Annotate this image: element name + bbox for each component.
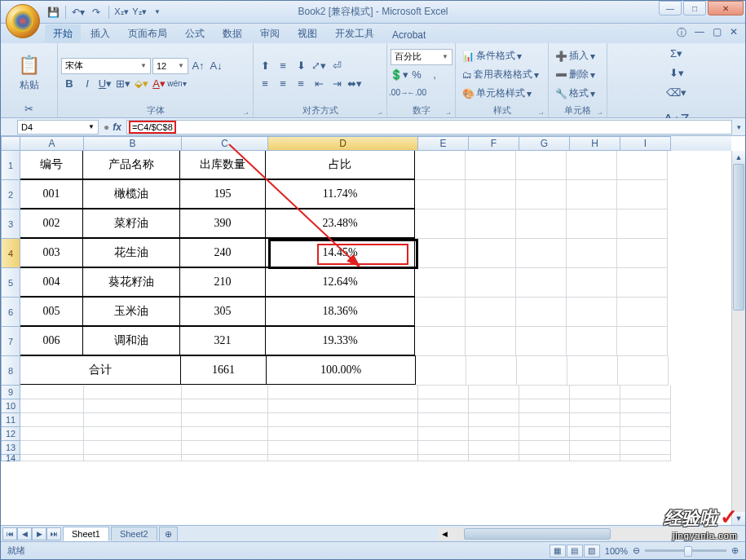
- fill-icon[interactable]: ⬇▾: [669, 64, 685, 81]
- cell-I11[interactable]: [620, 413, 671, 427]
- tab-review[interactable]: 审阅: [252, 24, 288, 43]
- cell-I3[interactable]: [617, 209, 668, 239]
- cell-A4[interactable]: 003: [20, 238, 83, 267]
- clear-icon[interactable]: ⌫▾: [669, 84, 685, 100]
- cell-A12[interactable]: [20, 427, 84, 441]
- underline-icon[interactable]: U▾: [97, 76, 113, 92]
- cell-G10[interactable]: [519, 399, 570, 413]
- cell-D6[interactable]: 18.36%: [265, 297, 415, 326]
- fx-icon[interactable]: fx: [113, 121, 121, 133]
- cell-C4[interactable]: 240: [179, 238, 266, 267]
- cell-H12[interactable]: [570, 427, 620, 441]
- cell-A14[interactable]: [20, 455, 84, 461]
- wrap-text-icon[interactable]: ⏎: [329, 58, 345, 74]
- cell-G7[interactable]: [516, 327, 567, 356]
- cell-D5[interactable]: 12.64%: [265, 267, 415, 297]
- cell-G3[interactable]: [516, 209, 567, 239]
- ribbon-restore-button[interactable]: ▢: [710, 26, 724, 40]
- cell-A6[interactable]: 005: [20, 297, 83, 326]
- cell-C10[interactable]: [182, 399, 268, 413]
- select-all-corner[interactable]: [1, 136, 20, 151]
- cell-C13[interactable]: [182, 441, 268, 455]
- col-header-E[interactable]: E: [418, 136, 469, 151]
- undo-icon[interactable]: ↶▾: [70, 4, 86, 20]
- cell-F14[interactable]: [469, 455, 519, 461]
- cell-B11[interactable]: [84, 413, 182, 427]
- cell-I2[interactable]: [617, 180, 668, 209]
- cell-C2[interactable]: 195: [179, 179, 266, 209]
- office-button[interactable]: [6, 4, 40, 38]
- cell-G8[interactable]: [517, 356, 567, 386]
- view-pagebreak-icon[interactable]: ▧: [584, 545, 600, 558]
- col-header-B[interactable]: B: [84, 136, 182, 151]
- sheet-nav-next-icon[interactable]: ▶: [32, 527, 46, 540]
- cell-B10[interactable]: [84, 399, 182, 413]
- cell-E14[interactable]: [418, 455, 469, 461]
- cell-I9[interactable]: [620, 386, 671, 399]
- cell-I5[interactable]: [617, 268, 668, 298]
- cell-H5[interactable]: [567, 268, 617, 298]
- conditional-format-button[interactable]: 📊 条件格式 ▾: [459, 47, 545, 64]
- font-name-combo[interactable]: 宋体▼: [61, 58, 151, 74]
- cell-G2[interactable]: [516, 180, 567, 209]
- tab-acrobat[interactable]: Acrobat: [384, 27, 434, 43]
- tab-insert[interactable]: 插入: [82, 24, 118, 43]
- cell-E12[interactable]: [418, 427, 469, 441]
- cells-grid[interactable]: 编号产品名称出库数量占比001橄榄油19511.74%002菜籽油39023.4…: [20, 151, 731, 525]
- row-header-12[interactable]: 12: [1, 427, 20, 441]
- cell-H4[interactable]: [567, 239, 617, 268]
- cell-D14[interactable]: [268, 455, 418, 461]
- expand-formula-bar-icon[interactable]: ▾: [732, 123, 745, 131]
- phonetic-icon[interactable]: wén▾: [169, 76, 185, 92]
- cell-H6[interactable]: [567, 298, 617, 327]
- tab-view[interactable]: 视图: [289, 24, 325, 43]
- col-header-G[interactable]: G: [519, 136, 570, 151]
- view-normal-icon[interactable]: ▦: [550, 545, 566, 558]
- cell-B3[interactable]: 菜籽油: [82, 209, 180, 238]
- cell-F2[interactable]: [466, 180, 516, 209]
- qat-item[interactable]: X₂▾: [113, 4, 130, 20]
- cell-D11[interactable]: [268, 413, 418, 427]
- cell-B1[interactable]: 产品名称: [82, 150, 180, 179]
- qat-item[interactable]: Y₂▾: [131, 4, 148, 20]
- cell-I7[interactable]: [617, 327, 668, 356]
- tab-pagelayout[interactable]: 页面布局: [120, 24, 175, 43]
- cell-C5[interactable]: 210: [179, 267, 266, 297]
- cell-C7[interactable]: 321: [179, 326, 266, 355]
- orientation-icon[interactable]: ⤢▾: [311, 58, 327, 74]
- cell-H3[interactable]: [567, 209, 617, 239]
- zoom-level[interactable]: 100%: [605, 546, 628, 556]
- cut-icon[interactable]: ✂: [21, 100, 38, 117]
- merge-icon[interactable]: ⬌▾: [347, 76, 363, 92]
- sheet-tab-sheet2[interactable]: Sheet2: [111, 527, 157, 540]
- cell-I8[interactable]: [618, 356, 669, 386]
- tab-data[interactable]: 数据: [214, 24, 250, 43]
- cell-D12[interactable]: [268, 427, 418, 441]
- cell-A1[interactable]: 编号: [20, 150, 83, 179]
- cell-A11[interactable]: [20, 413, 84, 427]
- bold-icon[interactable]: B: [61, 76, 77, 92]
- fill-color-icon[interactable]: ⬙▾: [133, 76, 149, 92]
- cell-A13[interactable]: [20, 441, 84, 455]
- cell-E6[interactable]: [415, 298, 466, 327]
- cell-D3[interactable]: 23.48%: [265, 209, 415, 238]
- zoom-slider[interactable]: [645, 549, 726, 552]
- shrink-font-icon[interactable]: A↓: [208, 58, 224, 74]
- paste-button[interactable]: 📋 粘贴: [10, 45, 49, 99]
- cell-E7[interactable]: [415, 327, 466, 356]
- cell-A5[interactable]: 004: [20, 267, 83, 297]
- decrease-indent-icon[interactable]: ⇤: [311, 76, 327, 92]
- cell-C9[interactable]: [182, 386, 268, 399]
- cell-B7[interactable]: 调和油: [82, 326, 180, 355]
- cell-I14[interactable]: [620, 455, 671, 461]
- cell-I13[interactable]: [620, 441, 671, 455]
- cell-D13[interactable]: [268, 441, 418, 455]
- sheet-tab-sheet1[interactable]: Sheet1: [63, 527, 109, 541]
- comma-icon[interactable]: ,: [426, 67, 443, 83]
- tab-formulas[interactable]: 公式: [177, 24, 213, 43]
- row-header-14[interactable]: 14: [1, 455, 20, 461]
- cell-I4[interactable]: [617, 239, 668, 268]
- name-box[interactable]: D4▼: [17, 120, 99, 134]
- align-top-icon[interactable]: ⬆: [257, 58, 273, 74]
- cell-G1[interactable]: [516, 151, 567, 180]
